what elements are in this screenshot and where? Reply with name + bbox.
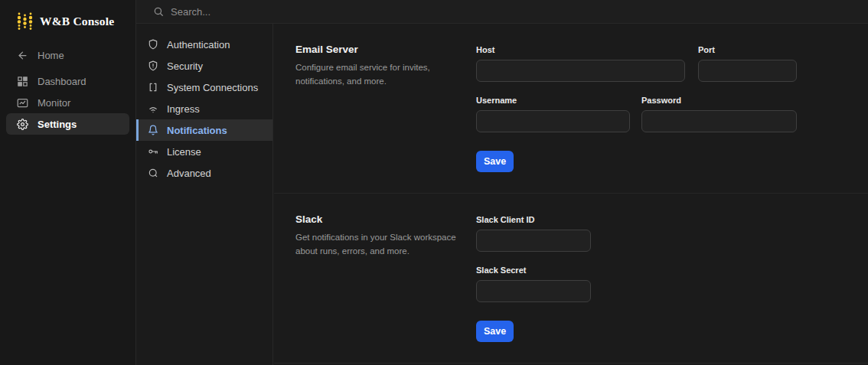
settings-nav-item-advanced[interactable]: Advanced — [136, 162, 272, 184]
slack-save-button[interactable]: Save — [476, 321, 514, 342]
password-field-group: Password — [641, 96, 797, 132]
slack-secret-field-group: Slack Secret — [476, 266, 591, 302]
settings-nav-item-system-connections[interactable]: System Connections — [136, 77, 272, 98]
settings-nav-label: Ingress — [167, 103, 200, 115]
search-icon — [153, 6, 164, 17]
sidebar-item-dashboard[interactable]: Dashboard — [6, 70, 129, 92]
settings-nav-label: Security — [167, 60, 203, 72]
slack-form: Slack Client ID Slack Secret Save — [476, 209, 797, 342]
email-server-section: Email Server Configure email service for… — [274, 24, 868, 194]
gear-icon — [17, 119, 28, 130]
password-label: Password — [641, 96, 797, 105]
port-label: Port — [698, 45, 797, 54]
password-input[interactable] — [641, 110, 797, 132]
port-field-group: Port — [698, 45, 797, 82]
settings-nav: Authentication Security System Connectio… — [136, 24, 273, 365]
slack-info: Slack Get notifications in your Slack wo… — [295, 209, 476, 342]
slack-secret-input[interactable] — [476, 280, 591, 302]
host-label: Host — [476, 45, 685, 54]
sidebar-item-label: Monitor — [38, 97, 70, 109]
section-description: Configure email service for invites, not… — [295, 61, 458, 89]
host-input[interactable] — [476, 60, 685, 82]
shield-icon — [148, 39, 158, 50]
app-title: W&B Console — [40, 15, 114, 28]
host-field-group: Host — [476, 45, 685, 82]
topbar: Search... — [136, 0, 868, 24]
section-title: Slack — [295, 213, 458, 225]
settings-nav-item-authentication[interactable]: Authentication — [136, 34, 272, 55]
settings-nav-label: System Connections — [167, 82, 258, 93]
settings-nav-label: Authentication — [167, 39, 230, 51]
section-divider — [274, 363, 868, 363]
slack-section: Slack Get notifications in your Slack wo… — [274, 194, 868, 342]
email-server-info: Email Server Configure email service for… — [295, 39, 476, 193]
primary-sidebar: W&B Console Home Dashboard Monitor — [0, 0, 136, 365]
section-title: Email Server — [295, 44, 458, 55]
key-icon — [148, 146, 158, 157]
settings-nav-item-security[interactable]: Security — [136, 55, 272, 77]
username-input[interactable] — [476, 110, 630, 132]
email-save-button[interactable]: Save — [476, 151, 514, 172]
sidebar-item-settings[interactable]: Settings — [6, 113, 129, 135]
username-field-group: Username — [476, 96, 630, 132]
brackets-icon — [148, 82, 158, 93]
email-server-form: Host Port Username Password — [476, 39, 797, 193]
arrow-left-icon — [17, 50, 28, 61]
sidebar-item-home[interactable]: Home — [6, 44, 129, 66]
app-logo: W&B Console — [0, 0, 135, 31]
section-description: Get notifications in your Slack workspac… — [295, 231, 458, 259]
settings-nav-item-notifications[interactable]: Notifications — [136, 119, 272, 141]
wandb-logo-icon — [16, 11, 34, 31]
search-placeholder: Search... — [171, 6, 210, 18]
sidebar-item-monitor[interactable]: Monitor — [6, 92, 129, 113]
slack-secret-label: Slack Secret — [476, 266, 591, 275]
slack-client-id-label: Slack Client ID — [476, 215, 591, 224]
settings-nav-item-ingress[interactable]: Ingress — [136, 98, 272, 119]
wandb-console-app: W&B Console Home Dashboard Monitor — [0, 0, 868, 365]
wifi-icon — [148, 103, 158, 114]
sidebar-item-label: Settings — [38, 119, 77, 130]
monitor-chart-icon — [17, 97, 28, 109]
slack-client-id-field-group: Slack Client ID — [476, 215, 591, 252]
search-input[interactable]: Search... — [136, 0, 868, 23]
settings-content: Email Server Configure email service for… — [274, 24, 868, 365]
bell-icon — [148, 125, 158, 135]
shield-alert-icon — [148, 60, 158, 71]
grid-icon — [17, 76, 28, 87]
settings-nav-label: Notifications — [167, 125, 227, 136]
settings-nav-label: License — [167, 146, 201, 158]
sidebar-item-label: Dashboard — [38, 76, 86, 87]
port-input[interactable] — [698, 60, 797, 82]
primary-nav: Home Dashboard Monitor Settings — [0, 44, 135, 135]
username-label: Username — [476, 96, 630, 105]
advanced-icon — [148, 168, 158, 178]
settings-nav-label: Advanced — [167, 168, 211, 179]
sidebar-item-label: Home — [38, 50, 64, 61]
settings-nav-item-license[interactable]: License — [136, 141, 272, 162]
slack-client-id-input[interactable] — [476, 230, 591, 252]
